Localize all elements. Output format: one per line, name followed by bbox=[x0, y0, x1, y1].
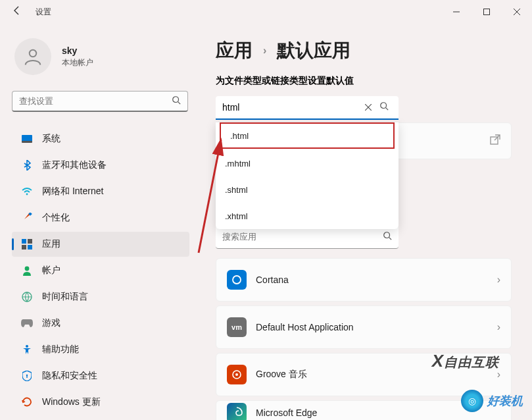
external-link-icon bbox=[490, 134, 500, 147]
monitor-icon bbox=[21, 133, 33, 145]
svg-rect-11 bbox=[22, 239, 26, 244]
svg-point-25 bbox=[384, 232, 390, 238]
svg-point-5 bbox=[173, 96, 179, 102]
nav-time-language[interactable]: 时间和语言 bbox=[12, 284, 189, 309]
groove-icon bbox=[227, 365, 247, 384]
user-name: sky bbox=[62, 45, 93, 56]
filetype-search[interactable] bbox=[216, 96, 399, 120]
accessibility-icon bbox=[21, 344, 33, 355]
update-icon bbox=[21, 396, 33, 408]
watermark-1: X自由互联 bbox=[432, 351, 499, 371]
svg-rect-19 bbox=[26, 376, 27, 378]
nav-accessibility[interactable]: 辅助功能 bbox=[12, 337, 189, 362]
svg-point-22 bbox=[381, 103, 387, 109]
maximize-button[interactable] bbox=[472, 0, 502, 24]
settings-search-input[interactable] bbox=[19, 96, 172, 106]
nav-label: 应用 bbox=[42, 238, 60, 250]
suggestion-item-html[interactable]: .html bbox=[220, 122, 395, 149]
clock-globe-icon bbox=[21, 291, 33, 303]
nav-label: 帐户 bbox=[42, 265, 60, 276]
close-button[interactable] bbox=[502, 0, 532, 24]
nav-label: 网络和 Internet bbox=[42, 186, 103, 197]
nav-label: 个性化 bbox=[42, 212, 70, 224]
nav-label: 系统 bbox=[42, 133, 60, 145]
svg-rect-12 bbox=[28, 239, 32, 244]
nav-personalization[interactable]: 个性化 bbox=[12, 205, 189, 230]
minimize-button[interactable] bbox=[441, 0, 472, 24]
back-button[interactable] bbox=[12, 5, 22, 18]
app-name: Cortana bbox=[256, 275, 497, 285]
nav-gaming[interactable]: 游戏 bbox=[12, 311, 189, 336]
suggestion-item-shtml[interactable]: .shtml bbox=[216, 176, 399, 203]
svg-line-6 bbox=[178, 101, 181, 104]
app-card-default-host[interactable]: vm Default Host Application › bbox=[216, 305, 512, 349]
breadcrumb: 应用 › 默认应用 bbox=[216, 38, 515, 63]
user-profile[interactable]: sky 本地帐户 bbox=[14, 38, 189, 75]
nav-label: Windows 更新 bbox=[42, 396, 101, 408]
svg-line-23 bbox=[386, 108, 389, 111]
search-icon bbox=[383, 231, 392, 243]
nav-network[interactable]: 网络和 Internet bbox=[12, 179, 189, 204]
nav-label: 蓝牙和其他设备 bbox=[42, 159, 107, 171]
bluetooth-icon bbox=[21, 159, 33, 171]
watermark-logo-icon: ◎ bbox=[461, 390, 483, 412]
svg-rect-13 bbox=[22, 245, 26, 249]
app-search-input[interactable] bbox=[222, 232, 383, 242]
breadcrumb-current: 默认应用 bbox=[277, 38, 351, 63]
avatar bbox=[14, 38, 51, 75]
app-name: Default Host Application bbox=[256, 322, 497, 332]
settings-search[interactable] bbox=[12, 91, 188, 112]
suggestions-dropdown: .html .mhtml .shtml .xhtml bbox=[216, 122, 399, 229]
nav-update[interactable]: Windows 更新 bbox=[12, 390, 189, 415]
svg-rect-8 bbox=[22, 141, 32, 143]
titlebar: 设置 bbox=[0, 0, 532, 24]
nav-label: 游戏 bbox=[42, 317, 60, 329]
apps-icon bbox=[21, 238, 33, 250]
clear-icon[interactable] bbox=[360, 101, 376, 113]
shield-icon bbox=[21, 370, 33, 382]
search-icon[interactable] bbox=[376, 101, 392, 113]
nav-label: 辅助功能 bbox=[42, 344, 79, 355]
svg-point-4 bbox=[30, 50, 37, 57]
suggestion-item-mhtml[interactable]: .mhtml bbox=[216, 150, 399, 176]
chevron-right-icon: › bbox=[497, 274, 500, 286]
svg-point-29 bbox=[235, 373, 238, 376]
chevron-right-icon: › bbox=[497, 321, 500, 333]
app-card-cortana[interactable]: Cortana › bbox=[216, 258, 512, 302]
brush-icon bbox=[21, 212, 33, 224]
svg-rect-1 bbox=[484, 9, 490, 15]
nav: 系统 蓝牙和其他设备 网络和 Internet 个性化 应用 帐户 时间和语言 bbox=[12, 126, 189, 415]
user-type: 本地帐户 bbox=[62, 57, 93, 68]
svg-point-27 bbox=[233, 276, 241, 284]
edge-icon bbox=[227, 403, 247, 420]
nav-bluetooth[interactable]: 蓝牙和其他设备 bbox=[12, 153, 189, 178]
svg-point-18 bbox=[26, 375, 28, 376]
person-icon bbox=[21, 265, 33, 276]
breadcrumb-separator: › bbox=[263, 45, 266, 57]
nav-label: 隐私和安全性 bbox=[42, 370, 97, 382]
sidebar: sky 本地帐户 系统 蓝牙和其他设备 网络和 Internet 个性化 应用 bbox=[12, 38, 189, 415]
svg-point-9 bbox=[26, 194, 28, 196]
breadcrumb-root[interactable]: 应用 bbox=[216, 38, 253, 63]
svg-line-26 bbox=[389, 237, 392, 240]
nav-label: 时间和语言 bbox=[42, 291, 88, 303]
svg-rect-14 bbox=[28, 245, 32, 249]
nav-apps[interactable]: 应用 bbox=[12, 232, 189, 257]
svg-point-15 bbox=[25, 267, 30, 271]
search-icon bbox=[172, 95, 181, 107]
gamepad-icon bbox=[21, 317, 33, 329]
nav-privacy[interactable]: 隐私和安全性 bbox=[12, 363, 189, 388]
suggestion-item-xhtml[interactable]: .xhtml bbox=[216, 203, 399, 229]
vm-icon: vm bbox=[227, 317, 247, 337]
window-title: 设置 bbox=[36, 7, 51, 18]
section-subtitle: 为文件类型或链接类型设置默认值 bbox=[216, 75, 515, 87]
watermark-2: ◎ 好装机 bbox=[461, 390, 523, 412]
nav-system[interactable]: 系统 bbox=[12, 126, 189, 151]
filetype-search-input[interactable] bbox=[222, 102, 360, 113]
cortana-icon bbox=[227, 270, 247, 290]
nav-accounts[interactable]: 帐户 bbox=[12, 258, 189, 283]
svg-point-17 bbox=[26, 345, 28, 348]
wifi-icon bbox=[21, 186, 33, 197]
